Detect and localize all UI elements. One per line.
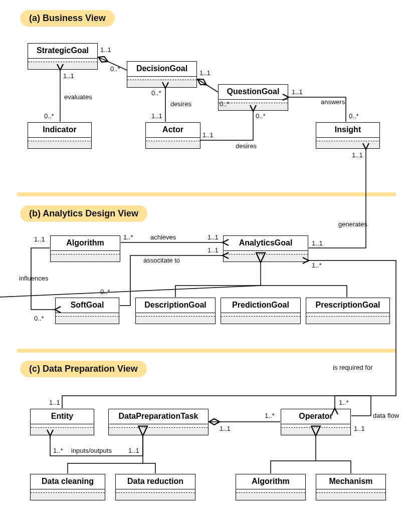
divider-ab xyxy=(17,192,396,196)
divider-bc xyxy=(17,349,396,353)
mult: 1..1 xyxy=(34,235,45,243)
class-actor: Actor xyxy=(145,122,200,149)
lbl-evaluates: evaluates xyxy=(64,93,92,101)
class-label: AnalyticsGoal xyxy=(224,236,308,251)
class-label: Operator xyxy=(281,409,350,424)
mult: 1..* xyxy=(312,261,322,269)
class-data-prep-task: DataPreparationTask xyxy=(108,409,209,435)
mult: 1..* xyxy=(53,447,63,454)
class-analytics-goal: AnalyticsGoal xyxy=(223,235,308,262)
lbl-required: is required for xyxy=(333,364,372,371)
class-label: DataPreparationTask xyxy=(109,409,208,424)
lbl-associate: associtate to xyxy=(143,256,180,264)
class-label: Mechanism xyxy=(316,474,385,489)
lbl-io: inputs/outputs xyxy=(71,447,112,454)
mult: 1..1 xyxy=(312,239,323,247)
mult: 1..* xyxy=(123,233,133,241)
mult: 0..* xyxy=(220,100,230,108)
lbl-answers: answers xyxy=(321,98,345,106)
svg-line-1 xyxy=(197,79,218,92)
mult: 1..1 xyxy=(151,112,162,120)
class-insight: Insight xyxy=(316,122,380,149)
class-decision-goal: DecisionGoal xyxy=(127,61,197,88)
class-label: Data cleaning xyxy=(31,474,105,489)
mult: 1..* xyxy=(339,399,349,406)
class-entity: Entity xyxy=(30,409,94,435)
class-label: Algorithm xyxy=(51,236,120,251)
mult: 1..1 xyxy=(100,46,111,54)
class-strategic-goal: StrategicGoal xyxy=(28,43,98,70)
class-label: Indicator xyxy=(28,123,91,138)
mult: 0..* xyxy=(100,288,110,296)
mult: 1..1 xyxy=(354,425,365,432)
mult: 0..* xyxy=(44,112,54,120)
mult: 0..* xyxy=(151,89,161,97)
mult: 0..* xyxy=(349,112,359,120)
mult: 1..1 xyxy=(63,72,74,80)
mult: 1..1 xyxy=(292,88,303,96)
class-label: PrescriptionGoal xyxy=(306,298,389,313)
mult: 1..1 xyxy=(128,447,139,454)
mult: 1..1 xyxy=(208,233,219,241)
section-a-title: (a) Business View xyxy=(20,10,115,27)
class-mechanism: Mechanism xyxy=(316,474,386,500)
class-label: DescriptionGoal xyxy=(136,298,215,313)
class-label: SoftGoal xyxy=(56,298,119,313)
mult: 1..1 xyxy=(49,399,60,406)
class-data-cleaning: Data cleaning xyxy=(30,474,105,500)
lbl-achieves: achieves xyxy=(150,233,176,241)
class-label: Data reduction xyxy=(116,474,195,489)
section-c-title: (c) Data Preparation View xyxy=(20,361,147,377)
lbl-dataflow: data flow xyxy=(373,412,399,419)
class-label: StrategicGoal xyxy=(28,44,97,59)
class-operator: Operator xyxy=(281,409,351,435)
class-data-reduction: Data reduction xyxy=(115,474,195,500)
class-soft-goal: SoftGoal xyxy=(55,298,119,324)
class-indicator: Indicator xyxy=(28,122,92,149)
class-prediction-goal: PredictionGoal xyxy=(221,298,301,324)
class-label: Insight xyxy=(316,123,379,138)
class-prescription-goal: PrescriptionGoal xyxy=(306,298,390,324)
section-b-title: (b) Analytics Design View xyxy=(20,205,147,222)
lbl-desires: desires xyxy=(170,100,191,108)
mult: 0..* xyxy=(110,65,120,73)
class-label: DecisionGoal xyxy=(127,62,196,77)
lbl-generates: generates xyxy=(338,220,367,228)
lbl-desires2: desires xyxy=(236,142,257,150)
mult: 1..1 xyxy=(352,151,363,159)
class-algorithm-c: Algorithm xyxy=(236,474,306,500)
lbl-influences: influences xyxy=(19,275,49,282)
class-label: QuestionGoal xyxy=(219,85,288,100)
class-label: PredictionGoal xyxy=(221,298,300,313)
class-label: Algorithm xyxy=(236,474,305,489)
mult: 1..1 xyxy=(208,246,219,254)
mult: 0..* xyxy=(256,112,266,120)
class-description-goal: DescriptionGoal xyxy=(135,298,216,324)
mult: 0..* xyxy=(34,315,44,322)
svg-line-5 xyxy=(0,286,261,297)
mult: 1..1 xyxy=(220,425,231,432)
mult: 1..* xyxy=(265,412,275,419)
mult: 1..1 xyxy=(199,69,211,77)
class-label: Entity xyxy=(31,409,94,424)
class-label: Actor xyxy=(146,123,200,138)
mult: 1..1 xyxy=(202,131,214,139)
class-algorithm-b: Algorithm xyxy=(50,235,120,262)
